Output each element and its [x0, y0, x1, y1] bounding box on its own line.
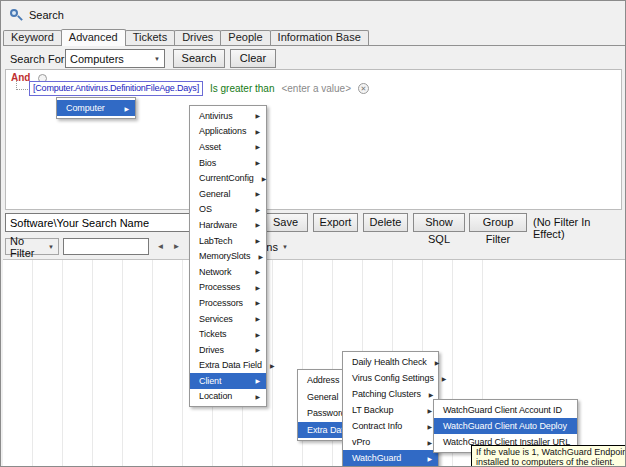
query-condition: [Computer.Antivirus.DefinitionFileAge.Da…	[29, 81, 369, 96]
filter-dropdown[interactable]: No Filter ▼	[5, 238, 59, 255]
filter-text-input[interactable]	[63, 238, 149, 255]
tooltip: If the value is 1, WatchGuard Endpoint S…	[471, 445, 626, 467]
menu-item-bios[interactable]: Bios▶	[190, 155, 266, 171]
search-icon	[9, 8, 23, 22]
submenu-arrow-icon: ▶	[254, 175, 267, 182]
submenu-arrow-icon: ▶	[247, 143, 260, 150]
menu-item-processors[interactable]: Processors▶	[190, 295, 266, 311]
submenu-arrow-icon: ▶	[421, 391, 434, 398]
extra-data-field-submenu: Daily Health Check▶ Virus Config Setting…	[342, 351, 439, 467]
menu-item-memoryslots[interactable]: MemorySlots▶	[190, 248, 266, 264]
submenu-arrow-icon: ▶	[247, 112, 260, 119]
tab-strip: Keyword Advanced Tickets Drives People I…	[3, 29, 625, 46]
menu-item-antivirus[interactable]: Antivirus▶	[190, 108, 266, 124]
condition-comparison[interactable]: Is greater than	[210, 83, 274, 94]
submenu-arrow-icon: ▶	[116, 105, 129, 112]
submenu-arrow-icon: ▶	[262, 362, 275, 369]
submenu-arrow-icon: ▶	[419, 455, 432, 462]
tab-information-base[interactable]: Information Base	[270, 30, 369, 45]
show-sql-button[interactable]: Show SQL	[413, 213, 465, 232]
menu-item-virus-config-settings[interactable]: Virus Config Settings▶	[343, 370, 438, 386]
condition-field[interactable]: [Computer.Antivirus.DefinitionFileAge.Da…	[29, 81, 203, 96]
filter-dropdown-value: No Filter	[10, 235, 48, 259]
submenu-arrow-icon: ▶	[247, 221, 260, 228]
tab-advanced[interactable]: Advanced	[61, 29, 126, 46]
menu-item-currentconfig[interactable]: CurrentConfig▶	[190, 170, 266, 186]
menu-item-contract-info[interactable]: Contract Info▶	[343, 418, 438, 434]
menu-item-labtech[interactable]: LabTech▶	[190, 233, 266, 249]
submenu-arrow-icon: ▶	[419, 439, 432, 446]
submenu-arrow-icon: ▶	[247, 268, 260, 275]
tab-people[interactable]: People	[220, 30, 270, 45]
submenu-arrow-icon: ▶	[250, 253, 263, 260]
dropdown-arrow-icon: ▼	[154, 56, 160, 62]
next-arrow-icon: ►	[173, 242, 181, 251]
search-window: Search Keyword Advanced Tickets Drives P…	[0, 0, 626, 467]
submenu-arrow-icon: ▶	[434, 375, 447, 382]
menu-item-watchguard-client-auto-deploy[interactable]: WatchGuard Client Auto Deploy	[434, 418, 577, 434]
remove-condition-icon[interactable]: ✕	[358, 83, 369, 94]
submenu-arrow-icon: ▶	[247, 284, 260, 291]
menu-item-network[interactable]: Network▶	[190, 264, 266, 280]
menu-item-tickets[interactable]: Tickets▶	[190, 326, 266, 342]
save-button[interactable]: Save	[263, 213, 308, 232]
submenu-arrow-icon: ▶	[427, 359, 440, 366]
menu-item-services[interactable]: Services▶	[190, 311, 266, 327]
next-button[interactable]: ►	[169, 238, 184, 255]
title-bar: Search	[1, 1, 625, 28]
search-for-label: Search For:	[10, 53, 67, 65]
submenu-arrow-icon: ▶	[247, 128, 260, 135]
submenu-arrow-icon: ▶	[247, 190, 260, 197]
submenu-arrow-icon: ▶	[247, 315, 260, 322]
tooltip-line-1: If the value is 1, WatchGuard Endpoint S…	[476, 447, 626, 457]
menu-item-processes[interactable]: Processes▶	[190, 280, 266, 296]
submenu-arrow-icon: ▶	[247, 299, 260, 306]
menu-item-daily-health-check[interactable]: Daily Health Check▶	[343, 354, 438, 370]
menu-item-hardware[interactable]: Hardware▶	[190, 217, 266, 233]
submenu-arrow-icon: ▶	[419, 407, 432, 414]
submenu-arrow-icon: ▶	[247, 393, 260, 400]
export-button[interactable]: Export	[313, 213, 358, 232]
menu-item-applications[interactable]: Applications▶	[190, 124, 266, 140]
submenu-arrow-icon: ▶	[247, 331, 260, 338]
tab-tickets[interactable]: Tickets	[125, 30, 175, 45]
group-filter-button[interactable]: Group Filter	[469, 213, 527, 232]
menu-item-general[interactable]: General▶	[190, 186, 266, 202]
previous-button[interactable]: ◄	[153, 238, 168, 255]
tooltip-line-2: installed to computers of the client.	[476, 457, 626, 467]
menu-item-client[interactable]: Client▶	[190, 373, 266, 389]
menu-item-computer[interactable]: Computer ▶	[57, 100, 135, 116]
submenu-arrow-icon: ▶	[247, 237, 260, 244]
menu-item-os[interactable]: OS▶	[190, 202, 266, 218]
search-for-dropdown[interactable]: Computers ▼	[65, 49, 165, 68]
delete-button[interactable]: Delete	[363, 213, 408, 232]
field-context-menu: Computer ▶	[56, 97, 136, 119]
dropdown-arrow-icon: ▼	[48, 244, 54, 250]
submenu-arrow-icon: ▶	[247, 377, 260, 384]
submenu-arrow-icon: ▶	[247, 346, 260, 353]
menu-item-location[interactable]: Location▶	[190, 389, 266, 405]
condition-value[interactable]: <enter a value>	[281, 83, 351, 94]
menu-item-vpro[interactable]: vPro▶	[343, 434, 438, 450]
menu-item-watchguard-client-account-id[interactable]: WatchGuard Client Account ID	[434, 402, 577, 418]
tree-connector	[16, 81, 28, 90]
submenu-arrow-icon: ▶	[419, 423, 432, 430]
tab-keyword[interactable]: Keyword	[3, 30, 62, 45]
filter-status-text: (No Filter In Effect)	[533, 216, 625, 240]
menu-item-extra-data-field[interactable]: Extra Data Field▶	[190, 358, 266, 374]
search-for-value: Computers	[70, 53, 124, 65]
prev-arrow-icon: ◄	[157, 242, 165, 251]
submenu-arrow-icon: ▶	[247, 206, 260, 213]
menu-item-lt-backup[interactable]: LT Backup▶	[343, 402, 438, 418]
menu-item-patching-clusters[interactable]: Patching Clusters▶	[343, 386, 438, 402]
window-title: Search	[29, 9, 64, 21]
menu-item-drives[interactable]: Drives▶	[190, 342, 266, 358]
computer-submenu: Antivirus▶ Applications▶ Asset▶ Bios▶ Cu…	[189, 105, 267, 407]
menu-item-watchguard[interactable]: WatchGuard▶	[343, 450, 438, 466]
search-button[interactable]: Search	[173, 49, 225, 68]
menu-item-asset[interactable]: Asset▶	[190, 139, 266, 155]
clear-button[interactable]: Clear	[230, 49, 276, 68]
tab-drives[interactable]: Drives	[174, 30, 221, 45]
dropdown-arrow-icon: ▼	[282, 244, 288, 250]
submenu-arrow-icon: ▶	[247, 159, 260, 166]
